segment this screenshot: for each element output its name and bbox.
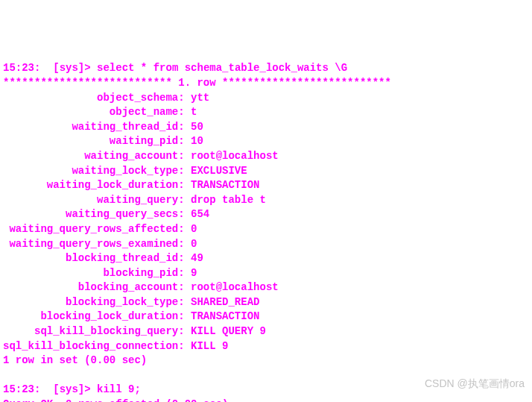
field-label: waiting_lock_type [3,164,178,179]
field-label: waiting_query_rows_examined [3,237,178,252]
field-label: sql_kill_blocking_query [3,324,178,339]
separator-line: *************************** 1. row *****… [3,76,529,91]
field-label: waiting_query_secs [3,207,178,222]
prompt-context: [sys]> [53,383,90,395]
field-colon: : [178,310,191,322]
result-row: blocking_account: root@localhost [3,280,529,295]
field-label: blocking_pid [3,266,178,281]
field-label: waiting_lock_duration [3,178,178,193]
field-colon: : [178,150,191,162]
field-value: drop table t [191,194,266,206]
watermark: CSDN @执笔画情ora [425,377,525,392]
field-value: SHARED_READ [191,296,259,308]
field-label: blocking_account [3,280,178,295]
field-value: root@localhost [191,281,279,293]
terminal-output: 15:23: [sys]> select * from schema_table… [3,61,529,402]
field-colon: : [178,267,191,279]
result-row: waiting_query_rows_affected: 0 [3,222,529,237]
field-colon: : [178,208,191,220]
field-value: 49 [191,252,203,264]
field-value: TRANSACTION [191,179,259,191]
field-colon: : [178,325,191,337]
prompt-context: [sys]> [53,62,90,74]
field-label: blocking_lock_duration [3,310,178,324]
field-label: object_name [3,105,178,120]
result-row: blocking_lock_type: SHARED_READ [3,295,529,310]
field-colon: : [178,252,191,264]
field-value: ytt [191,92,209,104]
row-separator: *************************** 1. row *****… [3,77,391,89]
field-value: 50 [191,121,203,133]
result-row: waiting_query_secs: 654 [3,207,529,222]
prompt-time: 15:23: [3,383,40,395]
field-label: object_schema [3,91,178,106]
field-value: EXCLUSIVE [191,165,247,177]
field-colon: : [178,238,191,250]
result-row: waiting_query: drop table t [3,193,529,208]
field-colon: : [178,296,191,308]
field-colon: : [178,121,191,133]
result-row: sql_kill_blocking_query: KILL QUERY 9 [3,324,529,339]
result-row: blocking_pid: 9 [3,266,529,281]
field-colon: : [178,194,191,206]
result-row: object_schema: ytt [3,91,529,106]
field-colon: : [178,223,191,235]
field-colon: : [178,135,191,147]
field-value: 654 [191,208,209,220]
field-value: 0 [191,238,197,250]
prompt-command: select * from schema_table_lock_waits \G [97,62,347,74]
field-colon: : [178,340,191,352]
field-label: waiting_pid [3,134,178,149]
field-value: 10 [191,135,203,147]
field-label: blocking_thread_id [3,251,178,266]
field-label: waiting_account [3,149,178,164]
result-row: waiting_query_rows_examined: 0 [3,237,529,252]
field-colon: : [178,179,191,191]
prompt-command: kill 9; [97,383,141,395]
result-line-2: Query OK, 0 rows affected (0.00 sec) [3,398,529,402]
prompt-line-1: 15:23: [sys]> select * from schema_table… [3,61,529,76]
result-summary: 1 row in set (0.00 sec) [3,354,147,366]
result-row: blocking_lock_duration: TRANSACTION [3,310,529,324]
field-label: waiting_query_rows_affected [3,222,178,237]
field-label: waiting_query [3,193,178,208]
field-value: t [191,106,197,118]
field-colon: : [178,165,191,177]
result-row: waiting_thread_id: 50 [3,120,529,135]
result-row: waiting_account: root@localhost [3,149,529,164]
field-colon: : [178,281,191,293]
result-row: waiting_lock_duration: TRANSACTION [3,178,529,193]
result-row: object_name: t [3,105,529,120]
field-value: 9 [191,267,197,279]
field-value: TRANSACTION [191,310,259,322]
field-colon: : [178,106,191,118]
field-label: sql_kill_blocking_connection [3,339,178,354]
result-summary: Query OK, 0 rows affected (0.00 sec) [3,398,228,402]
field-label: waiting_thread_id [3,120,178,135]
field-value: 0 [191,223,197,235]
field-value: KILL QUERY 9 [191,325,266,337]
result-row: waiting_lock_type: EXCLUSIVE [3,164,529,179]
result-row: waiting_pid: 10 [3,134,529,149]
prompt-time: 15:23: [3,62,40,74]
field-colon: : [178,92,191,104]
result-row: blocking_thread_id: 49 [3,251,529,266]
result-row: sql_kill_blocking_connection: KILL 9 [3,339,529,354]
result-line-1: 1 row in set (0.00 sec) [3,354,529,368]
field-value: KILL 9 [191,340,228,352]
field-value: root@localhost [191,150,279,162]
field-label: blocking_lock_type [3,295,178,310]
